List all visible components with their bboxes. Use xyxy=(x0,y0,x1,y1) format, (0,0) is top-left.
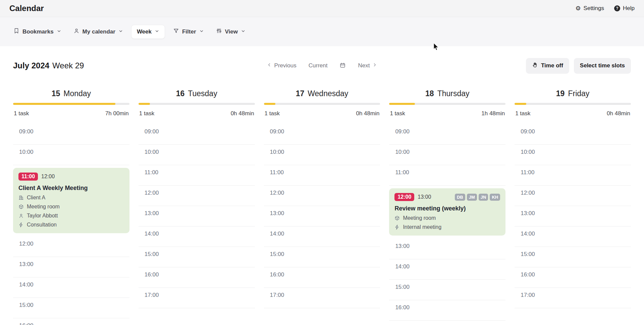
time-slot-15:00[interactable]: 15:00 xyxy=(139,247,255,267)
time-label: 16:00 xyxy=(270,271,284,278)
task-count: 1 task xyxy=(14,110,29,117)
time-slot-10:00[interactable]: 10:00 xyxy=(264,145,380,165)
bookmarks-dropdown[interactable]: Bookmarks xyxy=(9,24,65,39)
week-number: Week 29 xyxy=(52,61,84,70)
time-slot-12:00[interactable]: 12:00 xyxy=(515,186,631,206)
time-slot-12:00[interactable]: 12:00 xyxy=(139,186,255,206)
view-dropdown[interactable]: View xyxy=(212,24,250,39)
day-column-thursday: 18Thursday1 task1h 48min09:0010:0011:001… xyxy=(389,87,505,325)
event-detail-cube: Meeting room xyxy=(18,204,124,210)
day-header[interactable]: 15Monday xyxy=(13,87,129,103)
time-slot-13:00[interactable]: 13:00 xyxy=(13,257,129,277)
event-card[interactable]: 11:0012:00Client A Weekly MeetingClient … xyxy=(13,168,129,233)
event-title: Review meeting (weekly) xyxy=(394,205,500,212)
detail-text: Internal meeting xyxy=(403,224,441,230)
time-slot-13:00[interactable]: 13:00 xyxy=(264,206,380,226)
bookmark-icon xyxy=(13,28,19,36)
time-label: 10:00 xyxy=(145,149,159,155)
time-slot-11:00[interactable]: 11:00 xyxy=(515,165,631,186)
day-header[interactable]: 17Wednesday xyxy=(264,87,380,103)
time-slot-14:00[interactable]: 14:00 xyxy=(515,226,631,247)
slot-list: 09:0010:0011:0012:00Client A Weekly Meet… xyxy=(13,124,129,325)
time-slot-09:00[interactable]: 09:00 xyxy=(389,124,505,145)
time-label: 09:00 xyxy=(395,128,410,135)
next-button[interactable]: Next xyxy=(358,62,377,69)
time-slot-13:00[interactable]: 13:00 xyxy=(139,206,255,226)
lightning-icon xyxy=(18,222,24,227)
event-card[interactable]: 12:0013:00DBJMJNKHReview meeting (weekly… xyxy=(389,188,505,236)
time-slot-10:00[interactable]: 10:00 xyxy=(13,145,129,165)
week-navigation: Previous Current Next xyxy=(267,62,378,69)
time-slot-17:00[interactable]: 17:00 xyxy=(139,288,255,308)
filter-dropdown[interactable]: Filter xyxy=(169,24,208,39)
time-label: 17:00 xyxy=(521,292,535,298)
time-slot-17:00[interactable]: 17:00 xyxy=(515,288,631,308)
day-name: Friday xyxy=(568,89,589,98)
time-slot-16:00[interactable]: 16:00 xyxy=(515,267,631,288)
help-label: Help xyxy=(623,5,635,12)
time-slot-09:00[interactable]: 09:00 xyxy=(515,124,631,145)
task-count: 1 task xyxy=(390,110,405,117)
time-label: 09:00 xyxy=(145,128,159,135)
time-slot-12:00[interactable]: 12:00 xyxy=(264,186,380,206)
day-header[interactable]: 16Tuesday xyxy=(139,87,255,103)
time-slot-11:00[interactable]: 11:00 xyxy=(389,165,505,186)
help-button[interactable]: ? Help xyxy=(614,5,635,12)
task-duration: 0h 48min xyxy=(607,110,630,117)
select-time-slots-button[interactable]: Select time slots xyxy=(574,58,631,74)
help-icon: ? xyxy=(614,5,620,11)
time-slot-14:00[interactable]: 14:00 xyxy=(389,259,505,280)
time-slot-11:00[interactable]: 11:00 xyxy=(139,165,255,186)
my-calendar-label: My calendar xyxy=(83,28,115,35)
time-slot-11:00[interactable]: 11:00 xyxy=(264,165,380,186)
time-slot-14:00[interactable]: 14:00 xyxy=(13,277,129,298)
time-slot-16:00[interactable]: 16:00 xyxy=(389,300,505,321)
day-header[interactable]: 18Thursday xyxy=(389,87,505,103)
calendar-select-dropdown[interactable]: My calendar xyxy=(69,24,127,39)
time-slot-10:00[interactable]: 10:00 xyxy=(389,145,505,165)
filter-label: Filter xyxy=(182,28,196,35)
day-number: 17 xyxy=(296,89,305,98)
time-slot-14:00[interactable]: 14:00 xyxy=(139,226,255,247)
time-slot-12:00[interactable]: 12:00 xyxy=(13,237,129,257)
time-slot-13:00[interactable]: 13:00 xyxy=(389,239,505,259)
header-actions: Time off Select time slots xyxy=(377,58,631,74)
date-picker-button[interactable] xyxy=(339,62,346,69)
time-slot-10:00[interactable]: 10:00 xyxy=(515,145,631,165)
time-slot-16:00[interactable]: 16:00 xyxy=(264,267,380,288)
time-slot-14:00[interactable]: 14:00 xyxy=(264,226,380,247)
lightning-icon xyxy=(394,224,400,230)
select-time-slots-label: Select time slots xyxy=(580,62,625,69)
event-time-row: 12:0013:00DBJMJNKH xyxy=(394,193,500,201)
day-header[interactable]: 19Friday xyxy=(515,87,631,103)
time-slot-16:00[interactable]: 16:00 xyxy=(139,267,255,288)
task-summary: 1 task0h 48min xyxy=(139,105,255,124)
previous-button[interactable]: Previous xyxy=(267,62,297,69)
day-number: 18 xyxy=(425,89,434,98)
time-slot-09:00[interactable]: 09:00 xyxy=(264,124,380,145)
time-slot-15:00[interactable]: 15:00 xyxy=(389,280,505,300)
time-label: 12:00 xyxy=(270,190,284,196)
time-slot-15:00[interactable]: 15:00 xyxy=(515,247,631,267)
avatar-jm: JM xyxy=(467,194,477,201)
time-label: 10:00 xyxy=(270,149,284,155)
time-label: 14:00 xyxy=(395,263,410,270)
range-dropdown[interactable]: Week xyxy=(131,25,165,39)
current-button[interactable]: Current xyxy=(309,62,328,69)
time-slot-13:00[interactable]: 13:00 xyxy=(515,206,631,226)
time-slot-09:00[interactable]: 09:00 xyxy=(139,124,255,145)
time-slot-10:00[interactable]: 10:00 xyxy=(139,145,255,165)
time-label: 13:00 xyxy=(521,210,535,216)
time-slot-15:00[interactable]: 15:00 xyxy=(264,247,380,267)
time-slot-15:00[interactable]: 15:00 xyxy=(13,298,129,318)
settings-button[interactable]: ⚙ Settings xyxy=(575,5,604,12)
task-summary: 1 task0h 48min xyxy=(264,105,380,124)
time-slot-09:00[interactable]: 09:00 xyxy=(13,124,129,145)
time-label: 11:00 xyxy=(145,169,158,176)
time-label: 09:00 xyxy=(521,128,535,135)
time-slot-16:00[interactable]: 16:00 xyxy=(13,318,129,325)
task-count: 1 task xyxy=(139,110,154,117)
time-slot-17:00[interactable]: 17:00 xyxy=(264,288,380,308)
time-off-button[interactable]: Time off xyxy=(526,58,569,74)
time-label: 14:00 xyxy=(521,231,535,237)
